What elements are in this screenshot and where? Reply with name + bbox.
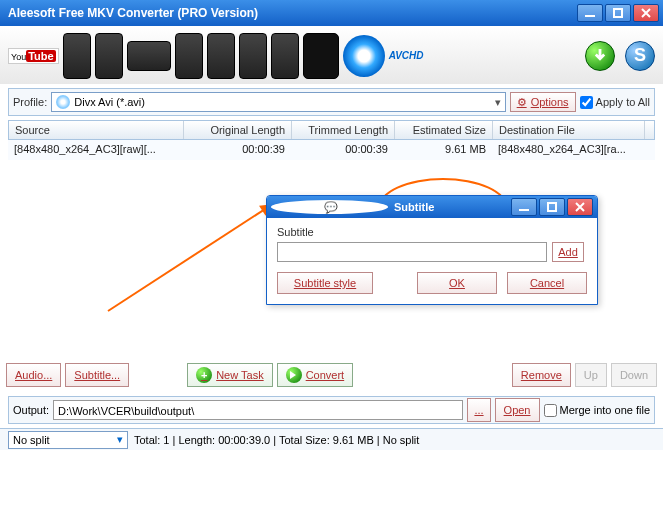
profile-value: Divx Avi (*.avi): [74, 96, 145, 108]
device-icon: [127, 41, 171, 71]
subtitle-button[interactable]: Subtitle...: [65, 363, 129, 387]
browse-button[interactable]: ...: [467, 398, 490, 422]
disc-icon: [56, 95, 70, 109]
table-row[interactable]: [848x480_x264_AC3][raw][... 00:00:39 00:…: [8, 140, 655, 160]
cancel-button[interactable]: Cancel: [507, 272, 587, 294]
col-orig[interactable]: Original Length: [184, 121, 292, 139]
output-bar: Output: D:\Work\VCER\build\output\ ... O…: [8, 396, 655, 424]
window-title: Aleesoft Free MKV Converter (PRO Version…: [4, 6, 575, 20]
plus-icon: +: [196, 367, 212, 383]
subtitle-style-button[interactable]: Subtitle style: [277, 272, 373, 294]
status-bar: No split ▾ Total: 1 | Length: 00:00:39.0…: [0, 428, 663, 450]
audio-button[interactable]: Audio...: [6, 363, 61, 387]
options-button[interactable]: ⚙ Options: [510, 92, 576, 112]
col-est[interactable]: Estimated Size: [395, 121, 493, 139]
sync-icon[interactable]: S: [625, 41, 655, 71]
profile-select[interactable]: Divx Avi (*.avi) ▾: [51, 92, 505, 112]
new-task-button[interactable]: +New Task: [187, 363, 272, 387]
action-bar: Audio... Subtitle... +New Task Convert R…: [6, 360, 657, 390]
dialog-maximize-button[interactable]: [539, 198, 565, 216]
ipad-icon: [303, 33, 339, 79]
svg-rect-1: [614, 9, 622, 17]
download-icon[interactable]: [585, 41, 615, 71]
device-icon: [239, 33, 267, 79]
remove-button[interactable]: Remove: [512, 363, 571, 387]
subtitle-dialog: 💬 Subtitle Subtitle Add Subtitle style O…: [266, 195, 598, 305]
merge-checkbox[interactable]: Merge into one file: [544, 404, 651, 417]
svg-rect-2: [519, 209, 529, 211]
convert-button[interactable]: Convert: [277, 363, 354, 387]
ok-button[interactable]: OK: [417, 272, 497, 294]
col-trim[interactable]: Trimmed Length: [292, 121, 395, 139]
titlebar: Aleesoft Free MKV Converter (PRO Version…: [0, 0, 663, 26]
dialog-titlebar: 💬 Subtitle: [267, 196, 597, 218]
apply-all-checkbox[interactable]: Apply to All: [580, 96, 650, 109]
status-text: Total: 1 | Length: 00:00:39.0 | Total Si…: [134, 434, 419, 446]
output-path-input[interactable]: D:\Work\VCER\build\output\: [53, 400, 463, 420]
device-banner: YouTube AVCHD S: [0, 26, 663, 84]
up-button: Up: [575, 363, 607, 387]
col-source[interactable]: Source: [9, 121, 184, 139]
dialog-title: Subtitle: [392, 201, 509, 213]
annotation-arrow: [107, 201, 276, 312]
dialog-minimize-button[interactable]: [511, 198, 537, 216]
svg-rect-0: [585, 15, 595, 17]
close-button[interactable]: [633, 4, 659, 22]
device-icon: [95, 33, 123, 79]
bluray-icon: [343, 35, 385, 77]
device-icon: [63, 33, 91, 79]
open-button[interactable]: Open: [495, 398, 540, 422]
profile-label: Profile:: [13, 96, 47, 108]
table-header: Source Original Length Trimmed Length Es…: [8, 120, 655, 140]
device-icon: [207, 33, 235, 79]
avchd-logo: AVCHD: [389, 50, 424, 61]
add-button[interactable]: Add: [552, 242, 584, 262]
youtube-logo: YouTube: [8, 48, 59, 64]
svg-rect-3: [548, 203, 556, 211]
dialog-close-button[interactable]: [567, 198, 593, 216]
down-button: Down: [611, 363, 657, 387]
profile-bar: Profile: Divx Avi (*.avi) ▾ ⚙ Options Ap…: [8, 88, 655, 116]
gear-icon: ⚙: [517, 96, 527, 109]
subtitle-input[interactable]: [277, 242, 547, 262]
device-icon: [175, 33, 203, 79]
subtitle-label: Subtitle: [277, 226, 587, 238]
chevron-down-icon: ▾: [495, 96, 501, 109]
maximize-button[interactable]: [605, 4, 631, 22]
play-icon: [286, 367, 302, 383]
speech-icon: 💬: [271, 200, 388, 214]
output-label: Output:: [13, 404, 49, 416]
col-dest[interactable]: Destination File: [493, 121, 645, 139]
minimize-button[interactable]: [577, 4, 603, 22]
chevron-down-icon: ▾: [117, 433, 123, 446]
device-icon: [271, 33, 299, 79]
split-select[interactable]: No split ▾: [8, 431, 128, 449]
